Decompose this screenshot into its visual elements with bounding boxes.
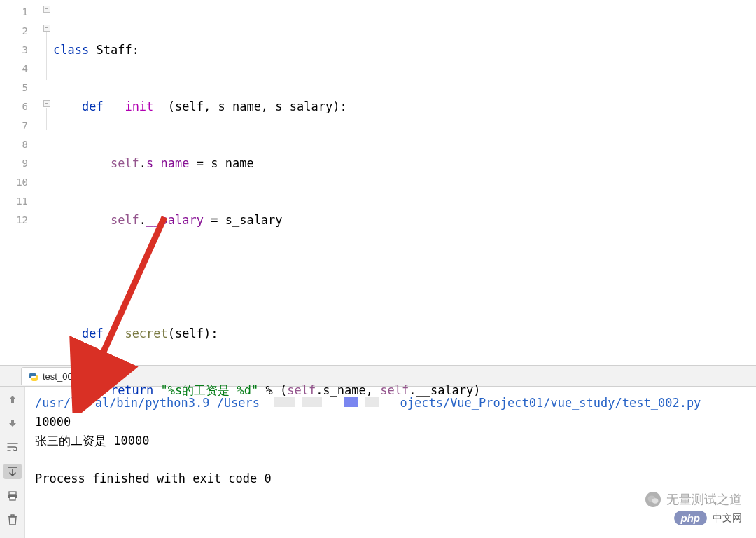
code-editor[interactable]: 1 2 3 4 5 6 7 8 9 10 11 12 − − − class S… [0, 0, 756, 366]
self-ref: self [111, 213, 139, 227]
line-number: 5 [0, 78, 42, 97]
self-ref: self [111, 156, 139, 170]
svg-point-6 [652, 498, 659, 504]
scroll-to-end-icon[interactable] [4, 464, 22, 479]
keyword-def: def [82, 99, 104, 113]
svg-rect-2 [9, 492, 16, 495]
attribute: s_name [146, 156, 189, 170]
php-badge: php [674, 511, 708, 525]
censored-segment [274, 397, 295, 407]
keyword-def: def [82, 326, 104, 340]
class-name: Staff [96, 43, 132, 57]
line-number: 1 [0, 3, 42, 22]
line-number: 2 [0, 22, 42, 41]
code-content[interactable]: class Staff: def __init__(self, s_name, … [53, 0, 756, 365]
self-ref: self [380, 383, 409, 397]
python-file-icon [29, 372, 38, 382]
code-line[interactable]: class Staff: [53, 41, 756, 60]
code-line[interactable]: self.__salary = s_salary [53, 211, 756, 230]
censored-segment [365, 397, 379, 407]
watermark-text: 无量测试之道 [666, 491, 742, 508]
fold-toggle-icon[interactable]: − [43, 25, 50, 32]
trash-icon[interactable] [6, 513, 20, 527]
line-number: 12 [0, 211, 42, 230]
self-ref: self [287, 383, 316, 397]
line-number: 8 [0, 135, 42, 154]
watermark: 无量测试之道 php 中文网 [645, 491, 742, 525]
code-line[interactable]: def __secret(self): [53, 324, 756, 343]
print-icon[interactable] [6, 489, 20, 503]
code-line[interactable]: self.s_name = s_name [53, 154, 756, 173]
line-number: 11 [0, 192, 42, 211]
keyword-return: return [111, 383, 153, 397]
code-line[interactable] [53, 438, 756, 457]
fold-toggle-icon[interactable]: − [43, 100, 50, 107]
svg-rect-4 [10, 497, 15, 500]
censored-segment [344, 397, 358, 407]
line-number: 7 [0, 116, 42, 135]
line-number: 6 [0, 97, 42, 116]
console-toolbar [0, 387, 25, 538]
wechat-icon [645, 492, 661, 507]
line-number-gutter: 1 2 3 4 5 6 7 8 9 10 11 12 [0, 0, 42, 365]
line-number: 10 [0, 173, 42, 192]
line-number: 9 [0, 154, 42, 173]
fold-gutter: − − − [42, 0, 53, 365]
keyword-class: class [53, 43, 89, 57]
censored-segment [302, 397, 322, 407]
code-line[interactable]: def __init__(self, s_name, s_salary): [53, 97, 756, 116]
arrow-up-icon[interactable] [6, 392, 20, 406]
method-name: __secret [111, 326, 168, 340]
code-line[interactable] [53, 268, 756, 287]
fold-toggle-icon[interactable]: − [43, 6, 50, 13]
arrow-down-icon[interactable] [6, 416, 20, 430]
method-name: __init__ [111, 99, 168, 113]
code-line[interactable]: return "%s的工资是 %d" % (self.s_name, self.… [53, 381, 756, 400]
line-number: 3 [0, 41, 42, 60]
soft-wrap-icon[interactable] [6, 440, 20, 454]
watermark-cn: 中文网 [713, 512, 742, 525]
line-number: 4 [0, 60, 42, 78]
attribute: __salary [146, 213, 204, 227]
string-literal: "%s的工资是 %d" [161, 383, 259, 397]
